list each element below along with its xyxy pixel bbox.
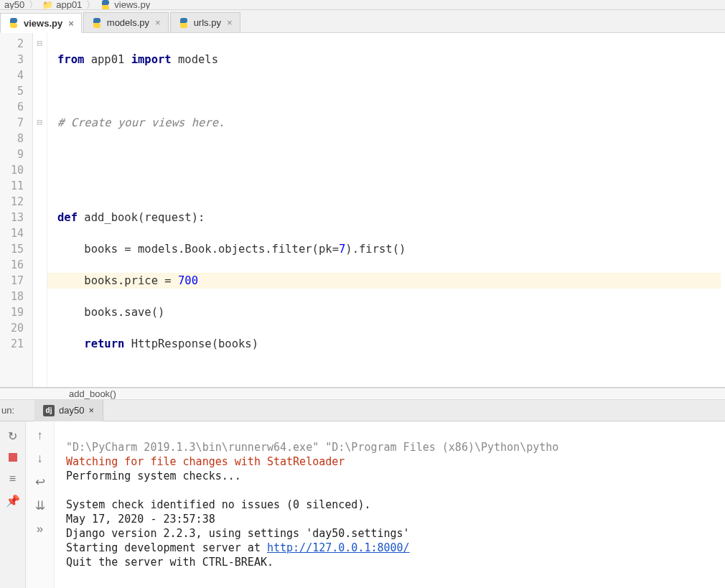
- folder-icon: [42, 0, 53, 10]
- tab-label: urls.py: [194, 17, 221, 28]
- python-file-icon: [100, 0, 111, 10]
- breadcrumb-sep: 〉: [29, 0, 38, 10]
- fold-column: ⊟ ⊟: [33, 33, 47, 387]
- console-output[interactable]: "D:\PyCharm 2019.1.3\bin\runnerw64.exe" …: [55, 421, 725, 588]
- fold-marker[interactable]: ⊟: [33, 36, 47, 52]
- down-icon[interactable]: ↓: [37, 452, 43, 466]
- tab-models[interactable]: models.py ×: [83, 12, 169, 32]
- code-editor[interactable]: 23 45 67 89 1011 1213 1415 1617 1819 202…: [0, 33, 725, 388]
- more-icon[interactable]: »: [37, 522, 43, 536]
- close-icon[interactable]: ×: [155, 17, 161, 28]
- run-label: un:: [0, 405, 34, 416]
- console-line: Django version 2.2.3, using settings 'da…: [66, 527, 410, 540]
- run-config-name: day50: [59, 405, 84, 416]
- console-line: Watching for file changes with StatReloa…: [66, 455, 345, 468]
- run-header: un: dj day50 ×: [0, 400, 725, 421]
- editor-tabs: views.py × models.py × urls.py ×: [0, 10, 725, 33]
- rerun-icon[interactable]: ↻: [6, 429, 20, 443]
- breadcrumb-item[interactable]: views.py: [100, 0, 150, 10]
- line-gutter: 23 45 67 89 1011 1213 1415 1617 1819 202…: [0, 33, 33, 387]
- folder-label: app01: [56, 0, 82, 10]
- soft-wrap-icon[interactable]: ↩: [35, 475, 45, 490]
- structure-breadcrumb[interactable]: add_book(): [0, 388, 725, 400]
- close-icon[interactable]: ×: [68, 18, 74, 29]
- breadcrumb-item[interactable]: app01: [42, 0, 82, 10]
- file-label: views.py: [114, 0, 150, 10]
- function-crumb: add_book(): [69, 388, 116, 399]
- fold-marker[interactable]: ⊟: [33, 115, 47, 131]
- breadcrumb-item[interactable]: ay50: [4, 0, 24, 10]
- pin-icon[interactable]: 📌: [6, 493, 20, 508]
- server-url-link[interactable]: http://127.0.0.1:8000/: [267, 541, 410, 554]
- python-file-icon: [91, 17, 103, 29]
- tab-label: views.py: [24, 18, 62, 29]
- console-line: Starting development server at http://12…: [66, 541, 410, 554]
- scroll-end-icon[interactable]: ⇊: [35, 498, 45, 513]
- console-line: "D:\PyCharm 2019.1.3\bin\runnerw64.exe" …: [66, 441, 558, 454]
- project-label: ay50: [4, 0, 24, 10]
- console-line: System check identified no issues (0 sil…: [66, 498, 370, 511]
- run-toolbar-right: ↑ ↓ ↩ ⇊ »: [26, 421, 55, 588]
- python-file-icon: [178, 17, 190, 29]
- stop-icon[interactable]: [6, 450, 20, 465]
- console-line: Performing system checks...: [66, 470, 241, 482]
- console-line: Quit the server with CTRL-BREAK.: [66, 556, 273, 569]
- run-tool-window: un: dj day50 × ↻ ≡ 📌 ↑ ↓ ↩ ⇊ » "D:\PyCha…: [0, 400, 725, 588]
- breadcrumb: ay50 〉 app01 〉 views.py: [0, 0, 725, 10]
- layout-icon[interactable]: ≡: [6, 472, 20, 486]
- django-icon: dj: [43, 405, 55, 416]
- python-file-icon: [8, 17, 19, 29]
- run-toolbar-left: ↻ ≡ 📌: [0, 421, 26, 588]
- close-icon[interactable]: ×: [227, 17, 233, 28]
- tab-views[interactable]: views.py ×: [0, 13, 82, 33]
- console-line: May 17, 2020 - 23:57:38: [66, 513, 215, 526]
- up-icon[interactable]: ↑: [37, 429, 43, 443]
- tab-urls[interactable]: urls.py ×: [170, 12, 240, 32]
- tab-label: models.py: [107, 17, 149, 28]
- run-config-tab[interactable]: dj day50 ×: [34, 400, 103, 421]
- breadcrumb-sep: 〉: [86, 0, 95, 10]
- code-area[interactable]: from app01 import models # Create your v…: [47, 33, 725, 387]
- close-icon[interactable]: ×: [88, 405, 94, 416]
